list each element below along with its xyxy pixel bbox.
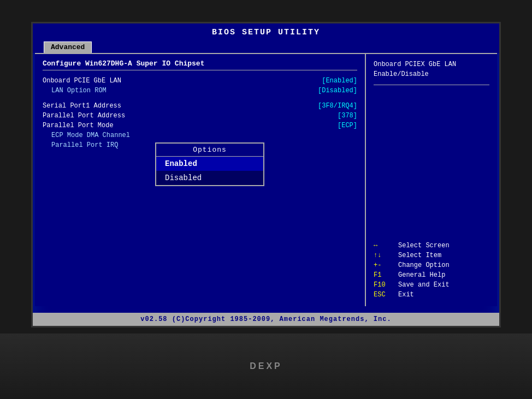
label-onboard-pcie: Onboard PCIE GbE LAN — [43, 77, 121, 85]
label-parallel-irq: Parallel Port IRQ — [43, 141, 118, 149]
dropdown-popup: Options Enabled Disabled — [155, 142, 264, 186]
key-f1: F1 General Help — [374, 271, 489, 279]
value-parallel-mode: [ECP] — [338, 122, 357, 129]
key-desc-select-item: Select Item — [398, 252, 441, 259]
row-lan-option-rom[interactable]: LAN Option ROM [Disabled] — [43, 87, 357, 94]
key-desc-f1: General Help — [398, 271, 445, 279]
key-desc-select-screen: Select Screen — [398, 242, 450, 249]
key-sym-change-option: +- — [374, 261, 398, 269]
key-sym-f10: F10 — [374, 281, 398, 289]
label-parallel-addr: Parallel Port Address — [43, 112, 125, 120]
right-panel: Onboard PCIEX GbE LANEnable/Disable ↔ Se… — [366, 54, 497, 306]
label-parallel-mode: Parallel Port Mode — [43, 122, 114, 129]
main-content: Configure Win627DHG-A Super IO Chipset O… — [35, 53, 497, 306]
key-sym-select-screen: ↔ — [374, 242, 398, 249]
label-ecp-dma: ECP Mode DMA Channel — [43, 132, 130, 139]
bios-title: BIOS SETUP UTILITY — [33, 23, 499, 40]
row-parallel-addr[interactable]: Parallel Port Address [378] — [43, 112, 357, 120]
value-serial-port1: [3F8/IRQ4] — [318, 102, 357, 110]
bios-screen: BIOS SETUP UTILITY Advanced Configure Wi… — [31, 22, 501, 327]
key-legend: ↔ Select Screen ↑↓ Select Item +- Change… — [374, 242, 489, 301]
left-panel: Configure Win627DHG-A Super IO Chipset O… — [35, 54, 366, 306]
tab-advanced[interactable]: Advanced — [44, 41, 92, 53]
dropdown-header: Options — [156, 144, 263, 157]
label-serial-port1: Serial Port1 Address — [43, 102, 121, 110]
footer: v02.58 (C)Copyright 1985-2009, American … — [33, 313, 499, 326]
brand-name: DEXP — [250, 361, 282, 371]
monitor: BIOS SETUP UTILITY Advanced Configure Wi… — [0, 0, 532, 399]
key-esc: ESC Exit — [374, 291, 489, 299]
row-parallel-mode[interactable]: Parallel Port Mode [ECP] — [43, 122, 357, 129]
row-ecp-dma[interactable]: ECP Mode DMA Channel — [43, 132, 357, 139]
section-title: Configure Win627DHG-A Super IO Chipset — [43, 59, 357, 70]
key-sym-esc: ESC — [374, 291, 398, 299]
value-parallel-addr: [378] — [338, 112, 357, 120]
help-text: Onboard PCIEX GbE LANEnable/Disable — [374, 59, 489, 85]
value-onboard-pcie: [Enabled] — [322, 77, 357, 85]
row-onboard-pcie[interactable]: Onboard PCIE GbE LAN [Enabled] — [43, 77, 357, 85]
option-disabled[interactable]: Disabled — [156, 171, 263, 185]
key-select-screen: ↔ Select Screen — [374, 242, 489, 249]
key-select-item: ↑↓ Select Item — [374, 252, 489, 259]
key-change-option: +- Change Option — [374, 261, 489, 269]
key-desc-change-option: Change Option — [398, 261, 450, 269]
key-desc-esc: Exit — [398, 291, 414, 299]
key-sym-f1: F1 — [374, 271, 398, 279]
options-dropdown[interactable]: Options Enabled Disabled — [155, 142, 264, 186]
label-lan-option-rom: LAN Option ROM — [43, 87, 107, 94]
screen-wrapper: BIOS SETUP UTILITY Advanced Configure Wi… — [31, 22, 501, 327]
key-sym-select-item: ↑↓ — [374, 252, 398, 259]
key-f10: F10 Save and Exit — [374, 281, 489, 289]
value-lan-option-rom: [Disabled] — [318, 87, 357, 94]
option-enabled[interactable]: Enabled — [156, 157, 263, 171]
monitor-bezel: DEXP — [0, 334, 532, 399]
key-desc-f10: Save and Exit — [398, 281, 450, 289]
tab-row: Advanced — [33, 40, 499, 53]
row-serial-port1[interactable]: Serial Port1 Address [3F8/IRQ4] — [43, 102, 357, 110]
